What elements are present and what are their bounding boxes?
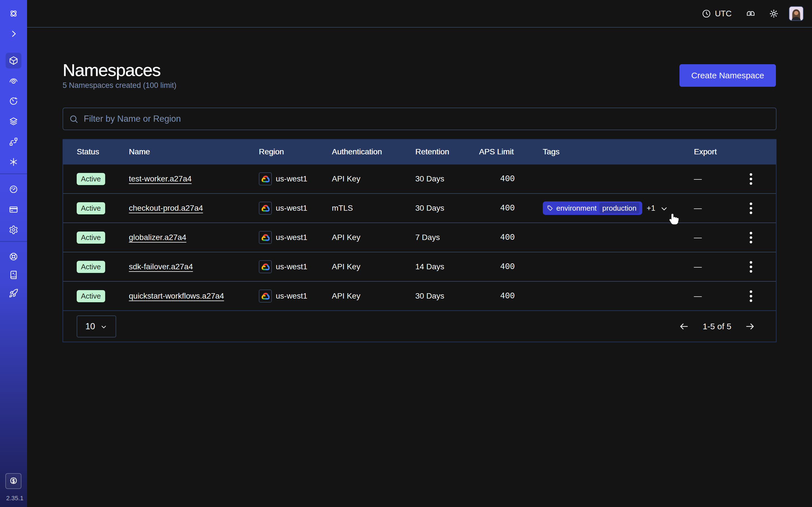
col-aps-limit: APS Limit bbox=[479, 147, 543, 156]
avatar-photo bbox=[790, 7, 803, 20]
namespace-link[interactable]: quickstart-workflows.a27a4 bbox=[129, 291, 224, 300]
row-menu-button[interactable] bbox=[750, 173, 752, 185]
sidebar-credits-button[interactable] bbox=[5, 473, 21, 489]
create-namespace-button[interactable]: Create Namespace bbox=[679, 64, 776, 87]
sun-icon bbox=[769, 9, 779, 18]
table-row: Active quickstart-workflows.a27a4 us-wes… bbox=[63, 281, 776, 311]
aps-cell: 400 bbox=[479, 291, 543, 301]
col-tags: Tags bbox=[543, 147, 694, 156]
app-root: 2.35.1 UTC bbox=[0, 0, 812, 507]
sidebar-expand-icon[interactable] bbox=[9, 29, 18, 39]
namespace-link[interactable]: checkout-prod.a27a4 bbox=[129, 204, 203, 212]
export-cell: — bbox=[694, 233, 736, 242]
glasses-icon bbox=[746, 9, 756, 18]
table-row: Active sdk-failover.a27a4 us-west1 API K… bbox=[63, 252, 776, 281]
gcp-region-icon bbox=[259, 202, 272, 215]
page-subtitle: 5 Namespaces created (100 limit) bbox=[63, 81, 176, 90]
export-cell: — bbox=[694, 291, 736, 300]
gcp-region-icon bbox=[259, 172, 272, 185]
page-title: Namespaces bbox=[63, 60, 160, 80]
auth-cell: API Key bbox=[332, 291, 415, 300]
row-menu-button[interactable] bbox=[750, 261, 752, 273]
auth-cell: API Key bbox=[332, 174, 415, 183]
tag-icon bbox=[547, 205, 553, 212]
sidebar-item-schedules[interactable] bbox=[9, 96, 18, 106]
search-field[interactable] bbox=[63, 108, 776, 130]
gcp-region-icon bbox=[259, 290, 272, 302]
tag-key: environment bbox=[556, 204, 597, 213]
sidebar-item-nexus[interactable] bbox=[9, 157, 18, 167]
chevron-down-icon bbox=[100, 323, 107, 331]
tags-more-count: +1 bbox=[647, 204, 656, 213]
col-retention: Retention bbox=[415, 147, 479, 156]
timezone-label: UTC bbox=[715, 9, 732, 18]
status-badge: Active bbox=[77, 231, 105, 244]
cube-icon bbox=[9, 56, 18, 65]
sidebar-item-getting-started[interactable] bbox=[9, 288, 18, 298]
next-page-button[interactable] bbox=[745, 321, 755, 332]
status-badge: Active bbox=[77, 290, 105, 302]
search-icon bbox=[69, 114, 79, 124]
temporal-logo-icon[interactable] bbox=[9, 9, 18, 18]
reader-mode-button[interactable] bbox=[746, 9, 756, 18]
retention-cell: 30 Days bbox=[415, 204, 479, 213]
retention-cell: 30 Days bbox=[415, 174, 479, 183]
sidebar-item-usage[interactable] bbox=[9, 184, 18, 194]
dollar-badge-icon bbox=[9, 476, 18, 486]
sidebar-item-support[interactable] bbox=[9, 252, 18, 262]
auth-cell: API Key bbox=[332, 233, 415, 242]
retention-cell: 14 Days bbox=[415, 262, 479, 271]
export-cell: — bbox=[694, 204, 736, 213]
namespace-link[interactable]: test-worker.a27a4 bbox=[129, 174, 192, 183]
col-name: Name bbox=[129, 147, 259, 156]
sidebar-item-namespaces[interactable] bbox=[6, 53, 21, 68]
aps-cell: 400 bbox=[479, 233, 543, 242]
auth-cell: API Key bbox=[332, 262, 415, 271]
row-menu-button[interactable] bbox=[750, 290, 752, 302]
pagination-range: 1-5 of 5 bbox=[703, 322, 731, 331]
sidebar-item-docs[interactable] bbox=[9, 270, 18, 280]
aps-cell: 400 bbox=[479, 203, 543, 213]
arrow-right-icon bbox=[745, 321, 755, 332]
col-authentication: Authentication bbox=[332, 147, 415, 156]
user-avatar[interactable] bbox=[789, 6, 804, 21]
sidebar-version: 2.35.1 bbox=[6, 495, 23, 502]
namespace-link[interactable]: globalizer.a27a4 bbox=[129, 233, 186, 242]
table-row: Active globalizer.a27a4 us-west1 API Key… bbox=[63, 223, 776, 252]
region-label: us-west1 bbox=[276, 204, 307, 213]
page-size-value: 10 bbox=[86, 321, 95, 332]
sidebar: 2.35.1 bbox=[0, 0, 27, 507]
sidebar-item-settings[interactable] bbox=[9, 225, 18, 235]
search-input[interactable] bbox=[84, 114, 770, 124]
timezone-button[interactable]: UTC bbox=[702, 9, 732, 18]
auth-cell: mTLS bbox=[332, 204, 415, 213]
tags-expand-chevron[interactable] bbox=[660, 203, 668, 213]
status-badge: Active bbox=[77, 173, 105, 185]
sidebar-item-workflows[interactable] bbox=[9, 76, 18, 86]
aps-cell: 400 bbox=[479, 174, 543, 184]
sidebar-item-billing[interactable] bbox=[9, 205, 18, 214]
col-status: Status bbox=[77, 147, 129, 156]
page-size-select[interactable]: 10 bbox=[77, 316, 116, 337]
sidebar-item-deployments[interactable] bbox=[9, 137, 18, 147]
gcp-region-icon bbox=[259, 260, 272, 273]
prev-page-button[interactable] bbox=[679, 321, 689, 332]
col-region: Region bbox=[259, 147, 332, 156]
region-label: us-west1 bbox=[276, 291, 307, 300]
namespace-link[interactable]: sdk-failover.a27a4 bbox=[129, 262, 193, 271]
clock-icon bbox=[702, 9, 711, 18]
sidebar-item-batch-operations[interactable] bbox=[9, 117, 18, 126]
tag-chip[interactable]: environment production bbox=[543, 202, 642, 215]
tag-value: production bbox=[599, 203, 639, 214]
retention-cell: 30 Days bbox=[415, 291, 479, 300]
region-label: us-west1 bbox=[276, 233, 307, 242]
topbar: UTC bbox=[27, 0, 812, 27]
col-export: Export bbox=[694, 147, 736, 156]
retention-cell: 7 Days bbox=[415, 233, 479, 242]
status-badge: Active bbox=[77, 202, 105, 214]
row-menu-button[interactable] bbox=[750, 203, 752, 214]
export-cell: — bbox=[694, 174, 736, 183]
table-footer: 10 1-5 of 5 bbox=[63, 311, 776, 342]
row-menu-button[interactable] bbox=[750, 232, 752, 243]
theme-toggle-button[interactable] bbox=[769, 9, 779, 18]
